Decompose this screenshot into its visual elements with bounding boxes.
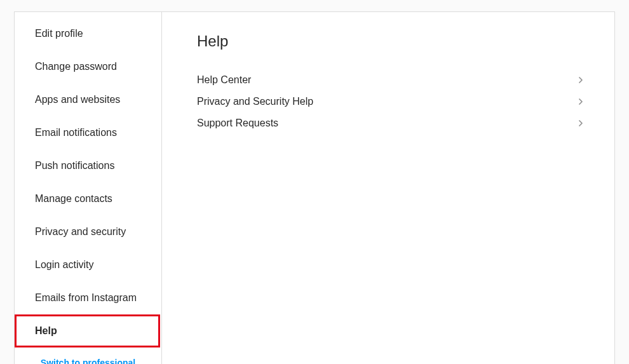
chevron-right-icon (576, 97, 586, 107)
chevron-right-icon (576, 118, 586, 128)
sidebar-item-emails-from-instagram[interactable]: Emails from Instagram (15, 281, 161, 314)
sidebar-item-push-notifications[interactable]: Push notifications (15, 149, 161, 182)
sidebar-item-edit-profile[interactable]: Edit profile (15, 17, 161, 50)
settings-container: Edit profile Change password Apps and we… (14, 11, 615, 364)
help-row-help-center[interactable]: Help Center (197, 69, 586, 91)
main-panel: Help Help Center Privacy and Security He… (162, 12, 614, 364)
sidebar-item-apps-and-websites[interactable]: Apps and websites (15, 83, 161, 116)
help-row-label: Support Requests (197, 118, 278, 129)
settings-sidebar: Edit profile Change password Apps and we… (15, 12, 162, 364)
help-row-label: Help Center (197, 74, 251, 86)
help-row-support-requests[interactable]: Support Requests (197, 112, 586, 134)
sidebar-item-privacy-and-security[interactable]: Privacy and security (15, 215, 161, 248)
help-row-label: Privacy and Security Help (197, 96, 313, 107)
sidebar-item-help[interactable]: Help (15, 314, 160, 347)
page-title: Help (197, 32, 586, 50)
sidebar-item-change-password[interactable]: Change password (15, 50, 161, 83)
sidebar-item-email-notifications[interactable]: Email notifications (15, 116, 161, 149)
switch-to-professional-link[interactable]: Switch to professional (15, 347, 161, 364)
sidebar-item-login-activity[interactable]: Login activity (15, 248, 161, 281)
chevron-right-icon (576, 75, 586, 85)
help-row-privacy-and-security-help[interactable]: Privacy and Security Help (197, 91, 586, 112)
sidebar-item-manage-contacts[interactable]: Manage contacts (15, 182, 161, 215)
